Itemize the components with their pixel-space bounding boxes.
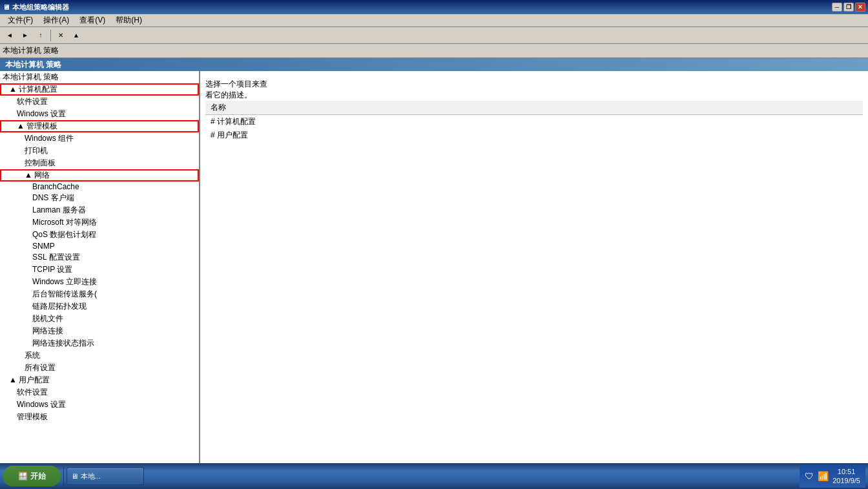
tray-security-icon: 🛡 bbox=[805, 471, 814, 481]
taskbar-item-icon: 🖥 bbox=[71, 472, 78, 480]
title-bar-controls: ─ ❐ ✕ bbox=[832, 3, 865, 12]
tree-item[interactable]: ▲ 用户配置 bbox=[0, 374, 199, 386]
restore-button[interactable]: ❐ bbox=[843, 3, 854, 12]
tree-item-label: Microsoft 对等网络 bbox=[32, 217, 97, 228]
tree-item[interactable]: Lanman 服务器 bbox=[0, 204, 199, 216]
tree-item[interactable]: BranchCache bbox=[0, 182, 199, 192]
tree-item[interactable]: 打印机 bbox=[0, 145, 199, 157]
table-cell-desc bbox=[335, 115, 863, 129]
tree-item[interactable]: DNS 客户端 bbox=[0, 192, 199, 204]
tree-item-label: ▲ 计算机配置 bbox=[9, 84, 57, 95]
content-table: 名称 # 计算机配置# 用户配置 bbox=[205, 101, 863, 142]
tree-item[interactable]: 网络连接 bbox=[0, 325, 199, 337]
toolbar-forward-button[interactable]: ► bbox=[18, 28, 32, 43]
tree-item[interactable]: 软件设置 bbox=[0, 96, 199, 108]
tree-item[interactable]: 系统 bbox=[0, 349, 199, 362]
table-cell-desc bbox=[335, 129, 863, 142]
tree-item-label: ▲ 网络 bbox=[25, 170, 50, 181]
close-button[interactable]: ✕ bbox=[855, 3, 865, 12]
tree-item[interactable]: Windows 立即连接 bbox=[0, 276, 199, 288]
tree-item-label: Windows 组件 bbox=[25, 133, 74, 144]
minimize-button[interactable]: ─ bbox=[832, 3, 842, 12]
tree-item[interactable]: 网络连接状态指示 bbox=[0, 337, 199, 349]
tree-item-label: ▲ 用户配置 bbox=[9, 375, 50, 386]
tree-item[interactable]: ▲ 网络 bbox=[0, 169, 199, 182]
left-panel[interactable]: 本地计算机 策略▲ 计算机配置软件设置Windows 设置▲ 管理模板Windo… bbox=[0, 71, 200, 473]
toolbar-stop-button[interactable]: ✕ bbox=[54, 28, 68, 43]
tree-item-label: 管理模板 bbox=[17, 411, 48, 422]
tree-item[interactable]: 软件设置 bbox=[0, 386, 199, 399]
tree-item-label: SNMP bbox=[32, 242, 55, 251]
tree-item-label: ▲ 管理模板 bbox=[17, 121, 57, 132]
tree-item-label: 控制面板 bbox=[25, 158, 56, 169]
menu-help[interactable]: 帮助(H) bbox=[110, 14, 147, 27]
select-desc: 看它的描述。 bbox=[205, 90, 863, 101]
tree-item[interactable]: 链路层拓扑发现 bbox=[0, 300, 199, 313]
address-bar: 本地计算机 策略 bbox=[0, 44, 868, 58]
menu-file[interactable]: 文件(F) bbox=[3, 14, 38, 27]
col-header-desc bbox=[335, 101, 863, 115]
app-icon: 🖥 bbox=[3, 3, 10, 11]
tree-item[interactable]: SNMP bbox=[0, 241, 199, 251]
tree-item-label: DNS 客户端 bbox=[32, 192, 74, 203]
tree-item[interactable]: 管理模板 bbox=[0, 411, 199, 423]
tree-item-label: BranchCache bbox=[32, 182, 79, 191]
table-row[interactable]: # 计算机配置 bbox=[205, 115, 863, 129]
address-label: 本地计算机 策略 bbox=[3, 45, 61, 56]
tree-item-label: 链路层拓扑发现 bbox=[32, 301, 87, 312]
tree-item[interactable]: QoS 数据包计划程 bbox=[0, 229, 199, 241]
window-title: 本地组策略编辑器 bbox=[12, 3, 69, 12]
tree-item-label: 本地计算机 策略 bbox=[3, 72, 59, 83]
tree-item-label: Windows 设置 bbox=[17, 109, 66, 120]
tree-item[interactable]: 脱机文件 bbox=[0, 313, 199, 325]
select-hint: 选择一个项目来查 bbox=[205, 79, 863, 90]
tree-item[interactable]: SSL 配置设置 bbox=[0, 251, 199, 264]
tree-item-label: TCPIP 设置 bbox=[32, 264, 72, 275]
tree-item[interactable]: 本地计算机 策略 bbox=[0, 71, 199, 83]
tree-item-label: Lanman 服务器 bbox=[32, 205, 86, 216]
tree-item-label: 网络连接状态指示 bbox=[32, 338, 94, 349]
tree-item[interactable]: Windows 组件 bbox=[0, 132, 199, 145]
menu-view[interactable]: 查看(V) bbox=[74, 14, 110, 27]
tree-item[interactable]: 所有设置 bbox=[0, 362, 199, 374]
tree-item-label: 网络连接 bbox=[32, 326, 63, 337]
taskbar-window-item[interactable]: 🖥 本地... bbox=[67, 467, 144, 485]
tree-item[interactable]: ▲ 计算机配置 bbox=[0, 83, 199, 96]
tree-item-label: SSL 配置设置 bbox=[32, 252, 80, 263]
tree-item[interactable]: Windows 设置 bbox=[0, 108, 199, 120]
panel-title-bar: 本地计算机 策略 bbox=[0, 58, 868, 71]
tray-network-icon: 📶 bbox=[818, 471, 829, 481]
col-header-name: 名称 bbox=[205, 101, 335, 115]
tree-item[interactable]: Microsoft 对等网络 bbox=[0, 216, 199, 229]
tree-item[interactable]: 控制面板 bbox=[0, 157, 199, 169]
tree-item-label: 所有设置 bbox=[25, 362, 56, 373]
toolbar: ◄ ► ↑ ✕ ▲ bbox=[0, 27, 868, 44]
title-bar-title: 🖥 本地组策略编辑器 bbox=[3, 3, 69, 12]
start-label: 开始 bbox=[30, 471, 46, 482]
tree-item-label: QoS 数据包计划程 bbox=[32, 229, 96, 240]
tree-item[interactable]: TCPIP 设置 bbox=[0, 264, 199, 276]
start-button[interactable]: 🪟 开始 bbox=[3, 466, 61, 486]
tree-item-label: 脱机文件 bbox=[32, 313, 63, 324]
tray-clock: 10:51 2019/9/5 bbox=[832, 467, 860, 486]
tree-item-label: Windows 设置 bbox=[17, 399, 66, 410]
tree-item-label: 系统 bbox=[25, 350, 40, 361]
tree-item[interactable]: ▲ 管理模板 bbox=[0, 120, 199, 132]
start-icon: 🪟 bbox=[18, 472, 28, 481]
taskbar-tray: 🛡 📶 10:51 2019/9/5 bbox=[800, 464, 865, 488]
tree-item-label: 后台智能传送服务( bbox=[32, 289, 97, 300]
toolbar-refresh-button[interactable]: ▲ bbox=[69, 28, 83, 43]
main-area: 本地计算机 策略▲ 计算机配置软件设置Windows 设置▲ 管理模板Windo… bbox=[0, 71, 868, 473]
tray-date: 2019/9/5 bbox=[832, 476, 860, 485]
right-panel: 选择一个项目来查 看它的描述。 名称 # 计算机配置# 用户配置 bbox=[200, 71, 868, 473]
taskbar-separator bbox=[63, 466, 64, 486]
content-body: # 计算机配置# 用户配置 bbox=[205, 115, 863, 143]
tree-item[interactable]: 后台智能传送服务( bbox=[0, 288, 199, 300]
taskbar: 🪟 开始 🖥 本地... 🛡 📶 10:51 2019/9/5 bbox=[0, 463, 868, 489]
table-row[interactable]: # 用户配置 bbox=[205, 129, 863, 142]
table-cell-name: # 用户配置 bbox=[205, 129, 335, 142]
toolbar-up-button[interactable]: ↑ bbox=[34, 28, 48, 43]
tree-item[interactable]: Windows 设置 bbox=[0, 399, 199, 411]
toolbar-back-button[interactable]: ◄ bbox=[3, 28, 17, 43]
menu-action[interactable]: 操作(A) bbox=[38, 14, 74, 27]
